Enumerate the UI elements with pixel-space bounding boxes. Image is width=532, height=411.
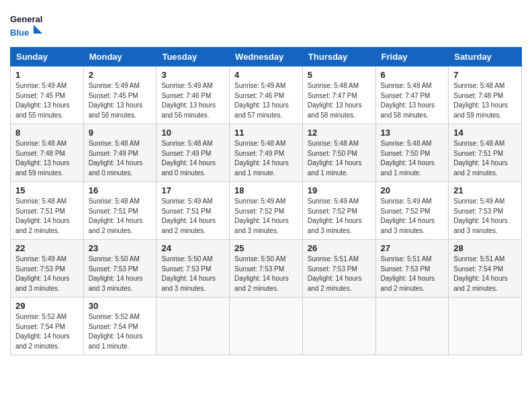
cell-2-0: 15Sunrise: 5:48 AMSunset: 7:51 PMDayligh… [11,182,84,240]
logo: General Blue [10,10,44,40]
week-row-2: 8Sunrise: 5:48 AMSunset: 7:48 PMDaylight… [11,124,522,182]
day-number: 27 [381,243,444,253]
calendar-table: SundayMondayTuesdayWednesdayThursdayFrid… [10,47,522,355]
cell-details: Sunrise: 5:48 AMSunset: 7:49 PMDaylight:… [89,139,152,178]
cell-2-1: 16Sunrise: 5:48 AMSunset: 7:51 PMDayligh… [83,182,157,240]
cell-details: Sunrise: 5:48 AMSunset: 7:49 PMDaylight:… [161,139,224,178]
cell-1-6: 14Sunrise: 5:48 AMSunset: 7:51 PMDayligh… [449,124,522,182]
logo-svg: General Blue [10,10,44,40]
cell-0-5: 6Sunrise: 5:48 AMSunset: 7:47 PMDaylight… [375,66,449,124]
cell-details: Sunrise: 5:49 AMSunset: 7:53 PMDaylight:… [453,197,517,236]
cell-details: Sunrise: 5:48 AMSunset: 7:48 PMDaylight:… [453,81,517,120]
cell-3-6: 28Sunrise: 5:51 AMSunset: 7:54 PMDayligh… [449,240,522,298]
cell-details: Sunrise: 5:48 AMSunset: 7:47 PMDaylight:… [381,81,444,120]
cell-4-1: 30Sunrise: 5:52 AMSunset: 7:54 PMDayligh… [83,298,157,355]
cell-details: Sunrise: 5:51 AMSunset: 7:54 PMDaylight:… [453,255,517,293]
day-number: 16 [89,185,152,195]
cell-2-3: 18Sunrise: 5:49 AMSunset: 7:52 PMDayligh… [230,182,303,240]
day-number: 4 [234,70,298,80]
cell-details: Sunrise: 5:48 AMSunset: 7:51 PMDaylight:… [453,139,517,178]
cell-3-0: 22Sunrise: 5:49 AMSunset: 7:53 PMDayligh… [11,240,84,298]
cell-3-4: 26Sunrise: 5:51 AMSunset: 7:53 PMDayligh… [302,240,375,298]
day-number: 23 [89,243,152,253]
cell-3-5: 27Sunrise: 5:51 AMSunset: 7:53 PMDayligh… [375,240,449,298]
cell-0-0: 1Sunrise: 5:49 AMSunset: 7:45 PMDaylight… [11,66,84,124]
day-number: 30 [89,301,152,311]
cell-1-1: 9Sunrise: 5:48 AMSunset: 7:49 PMDaylight… [83,124,157,182]
day-number: 9 [89,128,152,138]
cell-details: Sunrise: 5:51 AMSunset: 7:53 PMDaylight:… [308,255,371,293]
svg-text:General: General [10,14,42,24]
cell-details: Sunrise: 5:49 AMSunset: 7:52 PMDaylight:… [234,197,298,236]
cell-1-5: 13Sunrise: 5:48 AMSunset: 7:50 PMDayligh… [375,124,449,182]
cell-3-1: 23Sunrise: 5:50 AMSunset: 7:53 PMDayligh… [83,240,157,298]
week-row-5: 29Sunrise: 5:52 AMSunset: 7:54 PMDayligh… [11,298,522,355]
day-number: 19 [308,185,371,195]
cell-details: Sunrise: 5:49 AMSunset: 7:51 PMDaylight:… [161,197,224,236]
header: General Blue [10,10,522,40]
day-number: 5 [308,70,371,80]
cell-0-4: 5Sunrise: 5:48 AMSunset: 7:47 PMDaylight… [302,66,375,124]
cell-details: Sunrise: 5:48 AMSunset: 7:50 PMDaylight:… [308,139,371,178]
day-number: 22 [15,243,79,253]
day-number: 10 [161,128,224,138]
cell-1-3: 11Sunrise: 5:48 AMSunset: 7:49 PMDayligh… [230,124,303,182]
cell-1-4: 12Sunrise: 5:48 AMSunset: 7:50 PMDayligh… [302,124,375,182]
day-number: 2 [89,70,152,80]
day-number: 24 [161,243,224,253]
svg-marker-1 [34,25,42,34]
cell-4-3 [230,298,303,355]
day-number: 8 [15,128,79,138]
header-friday: Friday [375,48,449,66]
week-row-3: 15Sunrise: 5:48 AMSunset: 7:51 PMDayligh… [11,182,522,240]
header-sunday: Sunday [11,48,84,66]
day-number: 15 [15,185,79,195]
cell-1-2: 10Sunrise: 5:48 AMSunset: 7:49 PMDayligh… [157,124,230,182]
cell-details: Sunrise: 5:49 AMSunset: 7:46 PMDaylight:… [234,81,298,120]
day-number: 14 [453,128,517,138]
cell-details: Sunrise: 5:48 AMSunset: 7:51 PMDaylight:… [89,197,152,236]
day-number: 1 [15,70,79,80]
cell-1-0: 8Sunrise: 5:48 AMSunset: 7:48 PMDaylight… [11,124,84,182]
cell-details: Sunrise: 5:52 AMSunset: 7:54 PMDaylight:… [89,312,152,351]
header-saturday: Saturday [449,48,522,66]
cell-details: Sunrise: 5:49 AMSunset: 7:45 PMDaylight:… [15,81,79,120]
cell-details: Sunrise: 5:48 AMSunset: 7:50 PMDaylight:… [381,139,444,178]
cell-0-3: 4Sunrise: 5:49 AMSunset: 7:46 PMDaylight… [230,66,303,124]
day-number: 17 [161,185,224,195]
cell-details: Sunrise: 5:49 AMSunset: 7:45 PMDaylight:… [89,81,152,120]
cell-0-1: 2Sunrise: 5:49 AMSunset: 7:45 PMDaylight… [83,66,157,124]
cell-details: Sunrise: 5:50 AMSunset: 7:53 PMDaylight:… [89,255,152,293]
cell-0-2: 3Sunrise: 5:49 AMSunset: 7:46 PMDaylight… [157,66,230,124]
svg-text:Blue: Blue [10,28,29,38]
cell-4-0: 29Sunrise: 5:52 AMSunset: 7:54 PMDayligh… [11,298,84,355]
cell-details: Sunrise: 5:50 AMSunset: 7:53 PMDaylight:… [161,255,224,293]
cell-4-2 [157,298,230,355]
header-tuesday: Tuesday [157,48,230,66]
day-number: 3 [161,70,224,80]
cell-2-4: 19Sunrise: 5:49 AMSunset: 7:52 PMDayligh… [302,182,375,240]
day-number: 20 [381,185,444,195]
header-monday: Monday [83,48,157,66]
week-row-4: 22Sunrise: 5:49 AMSunset: 7:53 PMDayligh… [11,240,522,298]
day-number: 13 [381,128,444,138]
cell-4-6 [449,298,522,355]
cell-details: Sunrise: 5:49 AMSunset: 7:53 PMDaylight:… [15,255,79,293]
cell-details: Sunrise: 5:51 AMSunset: 7:53 PMDaylight:… [381,255,444,293]
day-number: 12 [308,128,371,138]
cell-3-3: 25Sunrise: 5:50 AMSunset: 7:53 PMDayligh… [230,240,303,298]
day-number: 28 [453,243,517,253]
header-wednesday: Wednesday [230,48,303,66]
header-row: SundayMondayTuesdayWednesdayThursdayFrid… [11,48,522,66]
cell-details: Sunrise: 5:50 AMSunset: 7:53 PMDaylight:… [234,255,298,293]
cell-details: Sunrise: 5:52 AMSunset: 7:54 PMDaylight:… [15,312,79,351]
cell-2-6: 21Sunrise: 5:49 AMSunset: 7:53 PMDayligh… [449,182,522,240]
day-number: 29 [15,301,79,311]
cell-4-5 [375,298,449,355]
header-thursday: Thursday [302,48,375,66]
cell-details: Sunrise: 5:48 AMSunset: 7:51 PMDaylight:… [15,197,79,236]
week-row-1: 1Sunrise: 5:49 AMSunset: 7:45 PMDaylight… [11,66,522,124]
cell-2-2: 17Sunrise: 5:49 AMSunset: 7:51 PMDayligh… [157,182,230,240]
cell-4-4 [302,298,375,355]
day-number: 6 [381,70,444,80]
